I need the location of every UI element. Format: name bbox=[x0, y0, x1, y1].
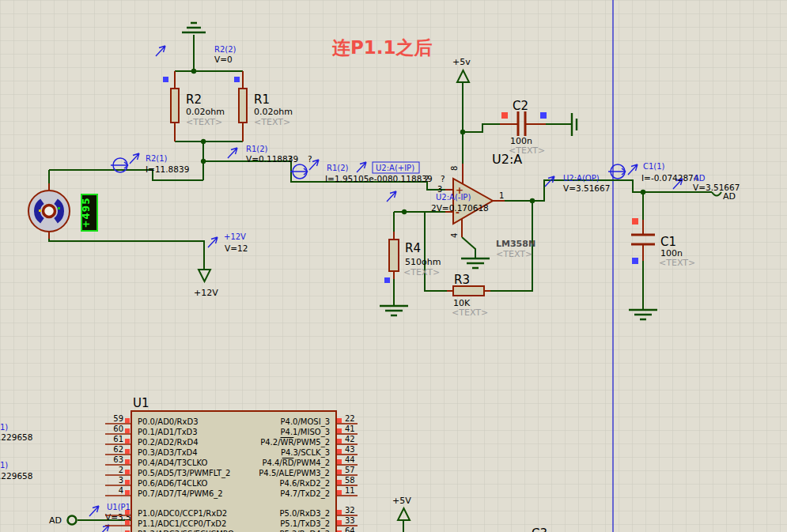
ad-right-terminal-label: AD bbox=[723, 191, 736, 202]
edge-probe-label-bottom: 1) bbox=[0, 461, 8, 470]
resistor-r3[interactable] bbox=[447, 286, 490, 296]
mcu-pin-marker bbox=[125, 470, 130, 474]
motor-hub bbox=[44, 206, 55, 217]
mcu-pin-marker bbox=[125, 520, 130, 525]
opamp-pin1-number: 1 bbox=[499, 191, 504, 200]
mcu-pin-number: 43 bbox=[345, 445, 355, 454]
r1-body[interactable] bbox=[239, 89, 247, 123]
opamp-part: LM358N bbox=[496, 239, 535, 249]
mcu-pin-marker bbox=[337, 510, 342, 515]
mcu-pin-label: P0.7/AD7/T4/PWM6_2 bbox=[138, 489, 223, 499]
mcu-pin-marker bbox=[125, 428, 130, 433]
junction-dot bbox=[530, 198, 535, 203]
mcu-pin-number: 33 bbox=[345, 516, 355, 525]
mcu-pin-number: 4 bbox=[119, 486, 123, 495]
probe-label-12v: +12V bbox=[224, 232, 246, 241]
mcu-pin-number: 42 bbox=[345, 435, 355, 443]
r4-value: 510ohm bbox=[405, 257, 441, 267]
overlap-artifact: ? bbox=[441, 174, 445, 183]
c2-text-placeholder: <TEXT> bbox=[509, 145, 545, 156]
mcu-pin-marker bbox=[337, 490, 342, 495]
mcu-pin-marker bbox=[337, 480, 342, 485]
overlap-artifact: ? bbox=[308, 154, 312, 164]
mcu-pin-marker bbox=[337, 470, 342, 474]
mcu-pin-label: P1.1/ADC1/CCP0/TxD2 bbox=[138, 519, 226, 528]
resistor-r4[interactable] bbox=[389, 232, 399, 279]
c2-marker-blue bbox=[540, 112, 547, 119]
mcu-pin-label: P0.1/AD1/TxD3 bbox=[138, 428, 198, 436]
c1-marker-red bbox=[632, 218, 638, 224]
mcu-pin-number: 61 bbox=[113, 435, 123, 443]
edge-probe-label-top: 1) bbox=[0, 423, 8, 432]
opamp-pin4-number: 4 bbox=[450, 233, 459, 238]
c2-marker-red bbox=[501, 112, 508, 119]
c2-ref: C2 bbox=[513, 99, 528, 113]
junction-dot bbox=[402, 209, 407, 214]
r2-marker-blue bbox=[163, 77, 168, 82]
junction-dot bbox=[201, 139, 206, 144]
mcu-pin-number: 63 bbox=[113, 455, 123, 464]
junction-dot bbox=[641, 190, 645, 194]
motor-terminal-dot-right bbox=[58, 207, 60, 209]
mcu-pin-marker bbox=[337, 428, 342, 433]
probe-label-nip: U2:A(-IP) bbox=[436, 193, 471, 202]
mcu-pin-marker bbox=[337, 418, 342, 423]
probe-label-r2-1: R2(1) bbox=[146, 154, 168, 163]
probe-value-r2-2: V=0 bbox=[214, 55, 233, 64]
mcu-pin-label: P0.4/AD4/T3CLKO bbox=[138, 458, 208, 467]
mcu-pin-marker bbox=[337, 459, 342, 464]
probe-value-r2-1: I=11.8839 bbox=[146, 164, 189, 174]
r2-value: 0.02ohm bbox=[186, 107, 225, 117]
mcu-ref: U1 bbox=[133, 396, 149, 410]
mcu-pin-number: 11 bbox=[345, 486, 355, 495]
overlap-artifact: ? bbox=[288, 154, 293, 164]
r2-body[interactable] bbox=[171, 89, 179, 123]
mcu-pin-label: P4.0/MOSI_3 bbox=[281, 417, 330, 427]
probe-label-ad: AD bbox=[694, 174, 706, 183]
probe-label-r1-2i: R1(2) bbox=[327, 164, 349, 172]
mcu-pin-number: 2 bbox=[119, 466, 123, 474]
mcu-pin-marker bbox=[125, 490, 130, 495]
mcu-pin-label: P4.4/RD/PWM4_2 bbox=[262, 458, 330, 468]
probe-value-12v: V=12 bbox=[225, 243, 248, 253]
mcu-pin-label: P0.6/AD6/T4CLKO bbox=[138, 479, 208, 488]
vcc-top-label: +5v bbox=[452, 57, 471, 67]
r3-body[interactable] bbox=[453, 286, 484, 296]
mcu-pin-number: 64 bbox=[345, 526, 355, 532]
c1-text-placeholder: <TEXT> bbox=[659, 258, 695, 268]
mcu-pin-number: 60 bbox=[113, 424, 123, 433]
edge-probe-value-top: .229658 bbox=[0, 432, 32, 442]
proteus-schematic: +495 + - 3 1 8 4 bbox=[0, 0, 787, 532]
mcu-pin-marker bbox=[337, 439, 342, 443]
mcu-pin-label: P4.3/SCLK_3 bbox=[281, 448, 330, 458]
mcu-pin-number: 3 bbox=[119, 476, 123, 485]
mcu-pin-marker bbox=[125, 449, 130, 454]
r4-body[interactable] bbox=[389, 240, 399, 271]
opamp-text-placeholder: <TEXT> bbox=[496, 249, 532, 259]
overlap-artifact: ? bbox=[425, 174, 429, 183]
mcu-pin-number: 22 bbox=[345, 414, 355, 423]
mcu-pin-label: P5.1/TxD3_2 bbox=[280, 519, 330, 529]
r3-text-placeholder: <TEXT> bbox=[452, 308, 488, 318]
mcu-pin-number: 62 bbox=[113, 445, 123, 454]
c1-marker-blue bbox=[632, 258, 638, 264]
junction-dot bbox=[191, 69, 196, 74]
probe-label-r2-2: R2(2) bbox=[214, 45, 236, 54]
mcu-pin-number: 59 bbox=[113, 414, 123, 423]
vcc-bottom-label: +5V bbox=[392, 496, 411, 506]
mcu-pin-marker bbox=[337, 520, 342, 525]
mcu-pin-marker bbox=[125, 510, 130, 515]
mcu-pin-label: P0.3/AD3/TxD4 bbox=[138, 448, 198, 457]
mcu-pin-label: P0.5/AD5/T3/PWMFLT_2 bbox=[138, 469, 230, 478]
mcu-pin-label: P0.2/AD2/RxD4 bbox=[138, 438, 199, 447]
mcu-pin-number: 58 bbox=[345, 476, 355, 485]
mcu-pin-label: P4.5/ALE/PWM3_2 bbox=[259, 469, 330, 478]
schematic-canvas: +495 + - 3 1 8 4 bbox=[0, 0, 787, 532]
r1-ref: R1 bbox=[254, 92, 270, 107]
c3-ref-clipped: C3 bbox=[532, 526, 547, 532]
mcu-pin-label: P4.1/MISO_3 bbox=[281, 428, 330, 437]
r2-text-placeholder: <TEXT> bbox=[186, 117, 222, 127]
edge-probe-value-bottom: .229658 bbox=[0, 471, 32, 481]
r4-ref: R4 bbox=[405, 241, 421, 255]
probe-label-r1-2v: R1(2) bbox=[246, 145, 268, 153]
